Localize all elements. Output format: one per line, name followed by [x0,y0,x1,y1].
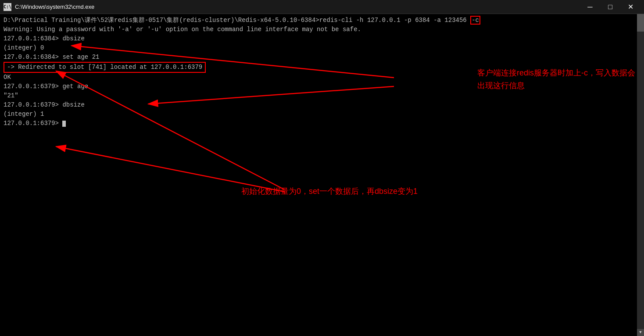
terminal-line-7: OK [4,73,640,82]
terminal-line-3: 127.0.0.1:6384> dbsize [4,34,640,43]
terminal-line-5: 127.0.0.1:6384> set age 21 [4,53,640,62]
scroll-thumb[interactable] [637,14,644,32]
terminal-line-9: "21" [4,91,640,100]
terminal-line-12: 127.0.0.1:6379> [4,119,640,128]
terminal-line-2: Warning: Using a password with '-a' or '… [4,25,640,34]
minimize-button[interactable]: ─ [580,0,600,14]
terminal-line-6: -> Redirected to slot [741] located at 1… [4,62,640,73]
scrollbar[interactable]: ▲ ▼ [637,14,644,336]
cursor-blink [62,121,66,127]
window-controls: ─ □ ✕ [580,0,640,14]
terminal-line-1: D:\Practical Training\课件\52课redis集群-0517… [4,16,640,25]
window-title: C:\Windows\system32\cmd.exe [15,4,580,10]
terminal-line-11: (integer) 1 [4,110,640,119]
annotation-bottom-text: 初始化数据量为0，set一个数据后，再dbsize变为1 [241,185,418,198]
terminal-window: D:\Practical Training\课件\52课redis集群-0517… [0,14,644,336]
title-bar: C:\ C:\Windows\system32\cmd.exe ─ □ ✕ [0,0,644,14]
scroll-down-button[interactable]: ▼ [637,329,644,336]
maximize-button[interactable]: □ [600,0,620,14]
terminal-line-8: 127.0.0.1:6379> get age [4,82,640,91]
cmd-icon: C:\ [4,3,11,11]
close-button[interactable]: ✕ [620,0,640,14]
svg-line-4 [56,147,284,192]
annotation-bottom: 初始化数据量为0，set一个数据后，再dbsize变为1 [241,185,418,198]
terminal-line-10: 127.0.0.1:6379> dbsize [4,100,640,110]
terminal-line-4: (integer) 0 [4,43,640,53]
